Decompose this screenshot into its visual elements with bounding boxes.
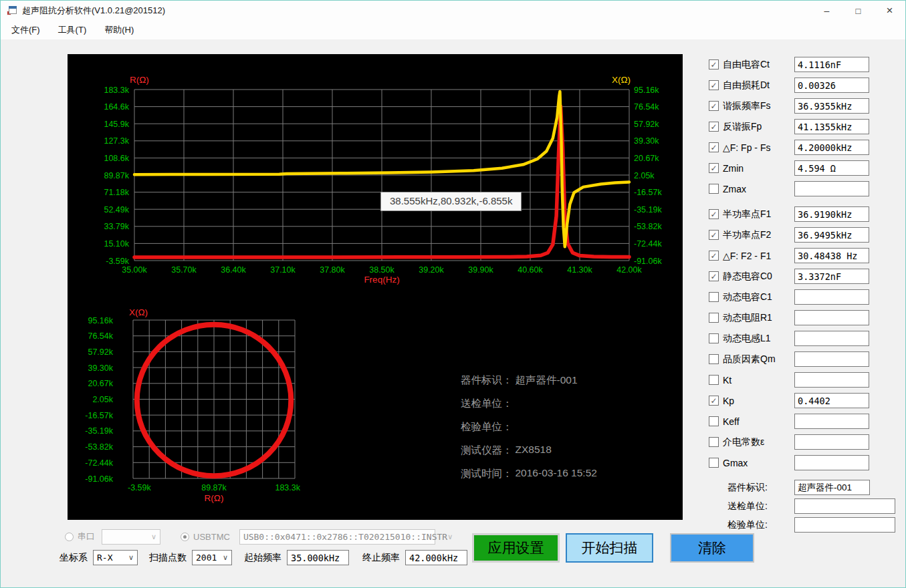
right-axis-tick: 76.54k: [634, 102, 659, 112]
rx-y-tick: -53.82k: [85, 442, 113, 452]
measurement-label: 半功率点F1: [723, 208, 771, 220]
measurement-row: Zmax: [700, 178, 904, 199]
right-axis-tick: -35.19k: [634, 205, 662, 214]
measurement-value-input[interactable]: [794, 434, 869, 450]
measurement-row: Keff: [700, 411, 904, 432]
menu-file[interactable]: 文件(F): [5, 21, 47, 39]
measurement-value-input[interactable]: 41.1355kHz: [794, 119, 869, 134]
measurement-checkbox[interactable]: ✓: [709, 101, 719, 111]
measurement-label: Kt: [723, 375, 731, 386]
measurement-checkbox[interactable]: ✓: [709, 80, 719, 90]
clear-button[interactable]: 清除: [670, 533, 754, 563]
measurement-row: ✓静态电容C03.3372nF: [700, 266, 904, 287]
x-axis-tick: 39.20k: [419, 265, 444, 275]
measurement-checkbox[interactable]: [709, 375, 719, 385]
usbtmc-address-value: USB0::0x0471::0x2786::T020215010::INSTR: [243, 532, 447, 542]
measurement-row: 动态电阻R1: [700, 307, 904, 328]
measurement-row: ✓Kp0.4402: [700, 390, 904, 411]
measurement-value-input[interactable]: 4.1116nF: [794, 57, 869, 72]
measurement-row: ✓半功率点F136.9190kHz: [700, 204, 904, 225]
measurement-checkbox[interactable]: ✓: [709, 142, 719, 152]
measurement-checkbox[interactable]: [709, 354, 719, 364]
serial-port-select[interactable]: ∨: [102, 529, 160, 545]
measurement-label: 自由损耗Dt: [723, 80, 770, 92]
measurement-label: 自由电容Ct: [723, 59, 770, 71]
id-field-input[interactable]: [794, 498, 895, 514]
right-axis-tick: -72.44k: [634, 239, 662, 249]
start-scan-button[interactable]: 开始扫描: [566, 533, 653, 563]
measurement-value-input[interactable]: [794, 351, 869, 367]
left-axis-tick: -3.59k: [106, 257, 129, 266]
measurement-checkbox[interactable]: ✓: [709, 209, 719, 219]
id-field-input[interactable]: [794, 517, 895, 533]
measurement-row: ✓△F: F2 - F130.48438 Hz: [700, 245, 904, 266]
right-axis-tick: 95.16k: [634, 86, 659, 95]
measurement-row: 动态电容C1: [700, 287, 904, 307]
measurement-checkbox[interactable]: ✓: [709, 122, 719, 132]
measurement-value-input[interactable]: [794, 181, 869, 196]
rx-y-tick: -72.44k: [85, 458, 113, 468]
right-axis-tick: 20.67k: [634, 154, 659, 163]
measurement-value-input[interactable]: [794, 331, 869, 346]
measurement-checkbox[interactable]: ✓: [709, 230, 719, 240]
measurement-value-input[interactable]: 0.4402: [794, 393, 869, 408]
apply-settings-button[interactable]: 应用设置: [472, 533, 560, 563]
measurement-value-input[interactable]: 4.20000kHz: [794, 140, 869, 155]
measurement-checkbox[interactable]: [709, 333, 719, 343]
usbtmc-address-select[interactable]: USB0::0x0471::0x2786::T020215010::INSTR …: [239, 529, 435, 545]
measurement-checkbox[interactable]: [709, 184, 719, 194]
start-frequency-input[interactable]: 35.000kHz: [287, 550, 349, 565]
x-axis-tick: 37.80k: [320, 265, 345, 275]
measurement-checkbox[interactable]: ✓: [709, 251, 719, 261]
menu-tools[interactable]: 工具(T): [51, 21, 94, 39]
serial-radio[interactable]: [65, 533, 74, 541]
measurement-value-input[interactable]: [794, 289, 869, 305]
left-axis-tick: 52.49k: [104, 205, 129, 214]
measurement-value-input[interactable]: [794, 414, 869, 429]
measurement-checkbox[interactable]: [709, 292, 719, 302]
measurement-checkbox[interactable]: ✓: [709, 271, 719, 281]
measurement-checkbox[interactable]: [709, 437, 719, 447]
measurement-value-input[interactable]: 0.00326: [794, 78, 869, 93]
menu-help[interactable]: 帮助(H): [98, 21, 140, 39]
stop-frequency-input[interactable]: 42.000kHz: [405, 550, 467, 565]
rx-circle-chart: 95.16k76.54k57.92k39.30k20.67k2.05k-16.5…: [85, 307, 300, 503]
measurement-checkbox[interactable]: [709, 458, 719, 468]
measurement-value-input[interactable]: 30.48438 Hz: [794, 248, 869, 263]
rx-y-tick: 57.92k: [88, 347, 113, 357]
measurement-label: Gmax: [723, 458, 748, 468]
device-info-line: 送检单位：: [461, 397, 597, 420]
measurement-value-input[interactable]: [794, 372, 869, 388]
measurement-checkbox[interactable]: ✓: [709, 59, 719, 69]
right-axis-tick: 39.30k: [634, 136, 659, 146]
measurement-value-input[interactable]: 3.3372nF: [794, 269, 869, 284]
measurement-checkbox[interactable]: ✓: [709, 396, 719, 406]
measurement-value-input[interactable]: 36.9190kHz: [794, 206, 869, 222]
id-field-input[interactable]: 超声器件-001: [794, 480, 870, 495]
app-window: 超声阻抗分析软件(V1.0.21@201512) – □ × 文件(F) 工具(…: [0, 0, 906, 588]
measurement-checkbox[interactable]: ✓: [709, 163, 719, 173]
minimize-button[interactable]: –: [811, 1, 842, 21]
maximize-button[interactable]: □: [842, 1, 874, 21]
coordinate-select[interactable]: R-X ∨: [93, 550, 138, 565]
rx-y-tick: 76.54k: [88, 331, 113, 341]
measurement-value-input[interactable]: 4.594 Ω: [794, 160, 869, 176]
usbtmc-radio[interactable]: [181, 533, 189, 541]
menubar: 文件(F) 工具(T) 帮助(H): [1, 21, 905, 39]
x-axis-tick: 39.90k: [468, 265, 493, 275]
points-select[interactable]: 2001 ∨: [192, 550, 232, 565]
measurement-checkbox[interactable]: [709, 313, 719, 323]
coordinate-value: R-X: [97, 553, 112, 563]
measurement-value-input[interactable]: [794, 310, 869, 325]
chevron-down-icon: ∨: [447, 533, 453, 541]
left-axis-tick: 127.3k: [104, 136, 129, 146]
measurement-value-input[interactable]: 36.9495kHz: [794, 227, 869, 243]
close-button[interactable]: ×: [874, 1, 905, 21]
rx-y-tick: 39.30k: [88, 363, 113, 373]
x-axis-tick: 37.10k: [270, 265, 296, 275]
measurement-value-input[interactable]: 36.9355kHz: [794, 98, 869, 114]
measurement-value-input[interactable]: [794, 455, 869, 470]
measurement-checkbox[interactable]: [709, 416, 719, 426]
start-frequency-label: 起始频率: [244, 552, 281, 564]
left-axis-title: R(Ω): [130, 75, 149, 85]
